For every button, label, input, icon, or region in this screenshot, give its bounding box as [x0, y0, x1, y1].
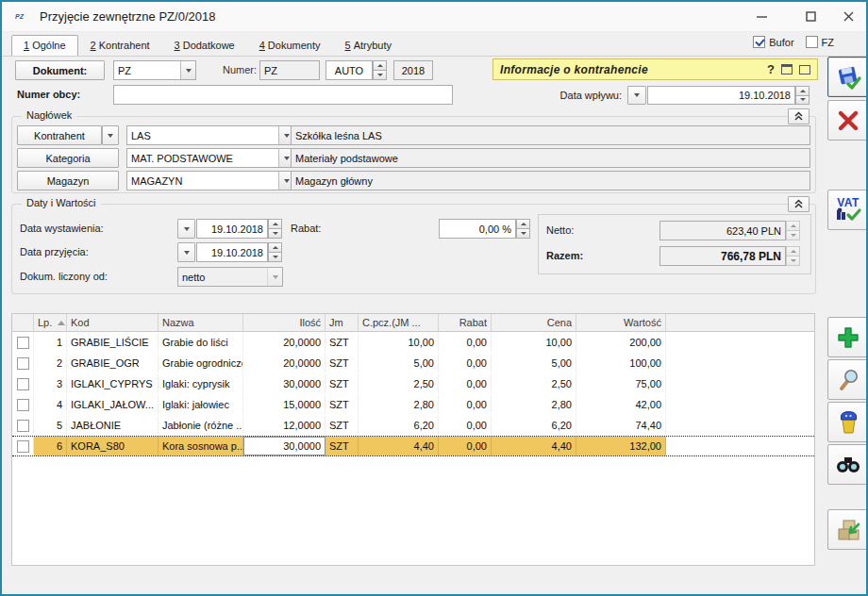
sort-ascending-icon	[58, 321, 65, 325]
cell-rabat: 0,00	[439, 354, 492, 372]
vat-button[interactable]: VAT	[827, 190, 868, 230]
trash-icon	[836, 410, 860, 435]
cell-rabat: 0,00	[439, 395, 492, 414]
rabat-input[interactable]: 0,00 %	[439, 219, 516, 239]
open-window-icon[interactable]	[781, 64, 793, 74]
dokument-type-combo[interactable]: PZ	[113, 60, 196, 80]
razem-spinner	[786, 246, 800, 266]
tab-ogolne[interactable]: 1Ogólne	[11, 35, 78, 56]
tab-dodatkowe[interactable]: 3Dodatkowe	[162, 35, 247, 56]
data-wplywu-input[interactable]: 19.10.2018	[647, 86, 795, 105]
header-kod[interactable]: Kod	[67, 314, 159, 331]
data-przyjecia-label: Data przyjęcia:	[20, 242, 89, 262]
header-rabat[interactable]: Rabat	[439, 314, 492, 331]
cell-nazwa: Grabie ogrodnicze	[159, 354, 243, 372]
row-select-checkbox[interactable]	[12, 416, 34, 435]
binoculars-icon	[835, 455, 861, 475]
chevron-down-icon[interactable]	[180, 61, 195, 79]
bufor-checkbox[interactable]: Bufor	[753, 36, 793, 48]
kontrahent-button[interactable]: Kontrahent	[17, 125, 102, 145]
cell-lp: 5	[34, 416, 67, 435]
minimize-icon[interactable]	[745, 2, 777, 30]
help-icon[interactable]: ?	[767, 62, 775, 76]
cell-cpcz: 2,50	[359, 374, 439, 393]
header-checkbox-column	[12, 314, 34, 331]
table-row[interactable]: 4 IGLAKI_JAŁOW... Iglaki: jałowiec 15,00…	[12, 394, 814, 415]
collapse-naglowek-icon[interactable]	[788, 108, 810, 124]
cancel-x-icon	[836, 108, 860, 133]
find-item-button[interactable]	[827, 444, 868, 485]
data-wplywu-spinner[interactable]	[795, 86, 810, 105]
import-boxes-icon	[835, 517, 861, 543]
kategoria-code-combo[interactable]: MAT. PODSTAWOWE	[126, 148, 294, 168]
kontrahent-split-arrow-icon[interactable]	[102, 125, 119, 145]
kontrahent-code-combo[interactable]: LAS	[126, 125, 294, 145]
checkbox-unchecked-icon	[17, 399, 29, 411]
collapse-daty-icon[interactable]	[788, 196, 810, 212]
dokument-button[interactable]: Dokument:	[15, 60, 105, 80]
data-przyjecia-spinner[interactable]	[268, 242, 282, 262]
numer-auto-spinner[interactable]	[373, 60, 387, 80]
table-row[interactable]: 2 GRABIE_OGR Grabie ogrodnicze 20,0000 S…	[12, 353, 814, 373]
data-wystawienia-dropdown-icon[interactable]	[177, 219, 195, 239]
cell-wartosc: 42,00	[576, 395, 666, 414]
new-window-icon[interactable]	[799, 65, 810, 74]
data-przyjecia-input[interactable]: 19.10.2018	[196, 242, 268, 262]
header-nazwa[interactable]: Nazwa	[159, 314, 243, 331]
edit-item-button[interactable]	[827, 359, 868, 400]
cell-ilosc-editing[interactable]: 30,0000	[243, 437, 326, 455]
table-row-selected[interactable]: 6 KORA_S80 Kora sosnowa p... 30,0000 SZT…	[12, 436, 814, 456]
cell-cpcz: 6,20	[359, 416, 439, 435]
numer-prefix-field: PZ	[259, 60, 320, 80]
numer-obcy-input[interactable]	[113, 85, 453, 105]
tab-dokumenty[interactable]: 4Dokumenty	[247, 35, 333, 56]
rabat-spinner[interactable]	[516, 219, 530, 239]
netto-value-field: 623,40 PLN	[659, 221, 786, 240]
cell-kod: GRABIE_OGR	[67, 354, 159, 372]
data-wplywu-dropdown-icon[interactable]	[627, 86, 646, 105]
delete-item-button[interactable]	[827, 402, 868, 442]
numer-auto-field[interactable]: AUTO	[326, 60, 373, 80]
header-cena[interactable]: Cena	[492, 314, 576, 331]
kategoria-button[interactable]: Kategoria	[17, 148, 119, 168]
data-przyjecia-dropdown-icon[interactable]	[177, 242, 195, 262]
row-select-checkbox[interactable]	[12, 395, 34, 414]
header-wartosc[interactable]: Wartość	[576, 314, 666, 331]
numer-year-field: 2018	[393, 60, 433, 80]
document-window: PZ Przyjęcie zewnętrzne PZ/0/2018 1Ogóln…	[0, 0, 868, 596]
dokum-liczony-combo: netto	[177, 267, 283, 287]
row-select-checkbox[interactable]	[12, 354, 34, 372]
save-disk-icon	[834, 63, 862, 91]
close-icon[interactable]	[832, 2, 864, 30]
row-select-checkbox[interactable]	[12, 333, 34, 352]
row-select-checkbox[interactable]	[12, 374, 34, 393]
table-row[interactable]: 3 IGLAKI_CYPRYS Iglaki: cyprysik 30,0000…	[12, 373, 814, 394]
dokum-liczony-label: Dokum. liczony od:	[20, 267, 108, 287]
magazyn-code-combo[interactable]: MAGAZYN	[126, 171, 294, 190]
magazyn-button[interactable]: Magazyn	[17, 171, 119, 190]
header-jm[interactable]: Jm	[326, 314, 359, 331]
tab-kontrahent[interactable]: 2Kontrahent	[78, 35, 162, 56]
row-select-checkbox[interactable]	[12, 437, 34, 455]
tab-atrybuty[interactable]: 5Atrybuty	[333, 35, 404, 56]
table-row[interactable]: 5 JABŁONIE Jabłonie (różne ... 12,0000 S…	[12, 415, 814, 436]
cell-nazwa: Jabłonie (różne ...	[159, 416, 243, 435]
import-items-button[interactable]	[827, 509, 868, 550]
cell-cpcz: 10,00	[359, 333, 439, 352]
header-ilosc[interactable]: Ilość	[243, 314, 326, 331]
cell-cena: 10,00	[492, 333, 576, 352]
table-row[interactable]: 1 GRABIE_LIŚCIE Grabie do liści 20,0000 …	[12, 332, 814, 353]
add-item-button[interactable]	[827, 317, 868, 357]
razem-value-field: 766,78 PLN	[659, 246, 786, 266]
data-wystawienia-input[interactable]: 19.10.2018	[196, 219, 268, 239]
data-wystawienia-spinner[interactable]	[268, 219, 282, 239]
maximize-icon[interactable]	[794, 2, 826, 30]
table-header-row: Lp. Kod Nazwa Ilość Jm C.pcz.(JM ... Rab…	[12, 314, 814, 332]
header-cpcz[interactable]: C.pcz.(JM ...	[359, 314, 439, 331]
kontrahent-info-banner[interactable]: Informacje o kontrahencie ?	[492, 58, 818, 80]
save-button[interactable]	[827, 57, 868, 97]
cancel-button[interactable]	[827, 100, 868, 141]
fz-checkbox[interactable]: FZ	[806, 36, 834, 48]
chevron-down-icon	[267, 268, 282, 286]
header-lp[interactable]: Lp.	[34, 314, 67, 331]
